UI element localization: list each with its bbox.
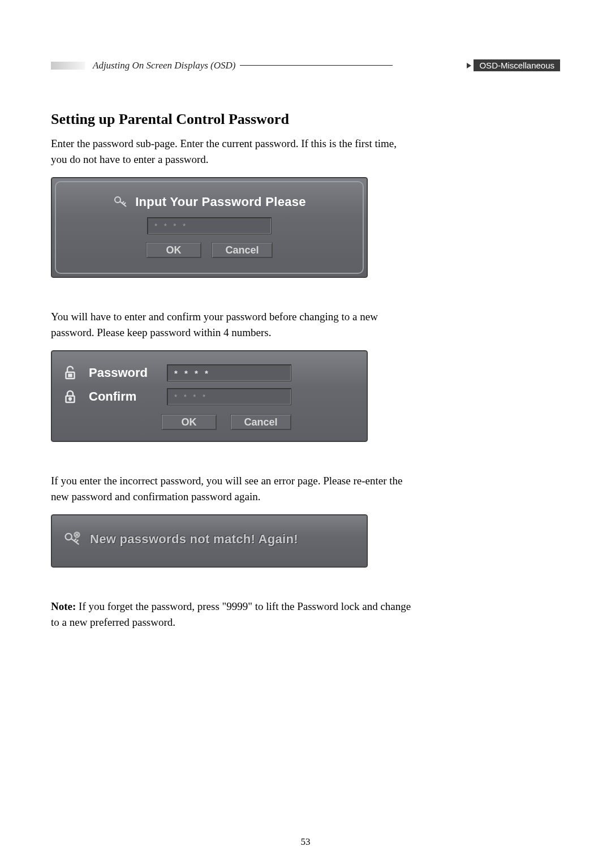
- confirm-label: Confirm: [89, 389, 157, 404]
- confirm-field[interactable]: * * * *: [167, 388, 291, 405]
- header-subsection-badge: OSD-Miscellaneous: [474, 59, 560, 71]
- paragraph-3: If you enter the incorrect password, you…: [51, 473, 413, 504]
- note-text: If you forget the password, press "9999"…: [51, 600, 411, 628]
- password-label: Password: [89, 366, 157, 380]
- header-gradient-bar: [51, 62, 85, 70]
- osd-input-password-screenshot: Input Your Password Please * * * * OK Ca…: [51, 177, 368, 278]
- cancel-button[interactable]: Cancel: [212, 242, 273, 258]
- password-input[interactable]: * * * *: [147, 217, 272, 234]
- osd-title: Input Your Password Please: [135, 195, 306, 209]
- osd-password-confirm-screenshot: Password * * * * Confirm * * * * OK Canc…: [51, 350, 368, 442]
- paragraph-1: Enter the password sub-page. Enter the c…: [51, 136, 413, 167]
- arrow-right-icon: [467, 63, 471, 68]
- header-right-wrap: OSD-Miscellaneous: [467, 59, 560, 71]
- page-title: Setting up Parental Control Password: [51, 111, 413, 128]
- password-field[interactable]: * * * *: [167, 364, 291, 381]
- svg-rect-2: [69, 375, 72, 377]
- svg-point-6: [66, 534, 72, 540]
- header-section-title: Adjusting On Screen Displays (OSD): [93, 60, 235, 71]
- svg-point-0: [115, 197, 121, 203]
- note-paragraph: Note: If you forget the password, press …: [51, 599, 413, 630]
- cancel-button[interactable]: Cancel: [230, 414, 291, 430]
- page-header: Adjusting On Screen Displays (OSD) OSD-M…: [51, 59, 560, 71]
- lock-open-icon: [62, 364, 79, 381]
- page-number: 53: [301, 836, 311, 848]
- key-error-icon: [63, 531, 82, 548]
- ok-button[interactable]: OK: [146, 242, 201, 258]
- note-label: Note:: [51, 600, 76, 612]
- header-divider-line: [240, 65, 393, 66]
- lock-closed-icon: [62, 388, 79, 405]
- ok-button[interactable]: OK: [161, 414, 217, 430]
- key-icon: [113, 195, 128, 209]
- error-message: New passwords not match! Again!: [90, 532, 298, 547]
- paragraph-2: You will have to enter and confirm your …: [51, 309, 413, 340]
- osd-error-screenshot: New passwords not match! Again!: [51, 514, 368, 568]
